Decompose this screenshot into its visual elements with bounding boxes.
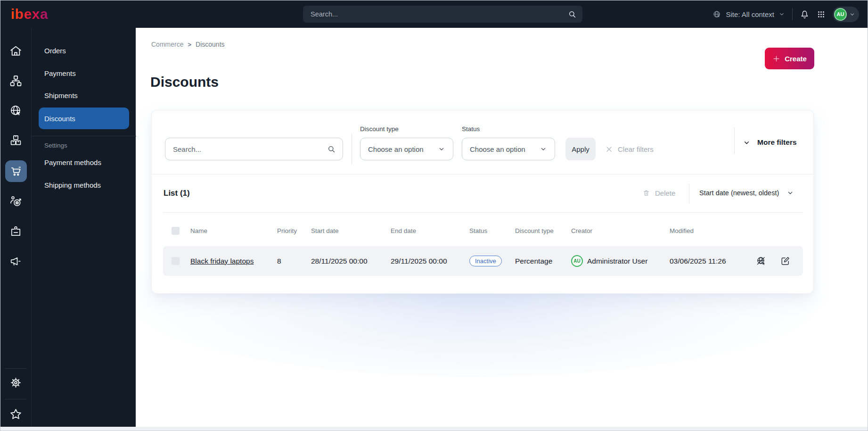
menu-item-discounts[interactable]: Discounts bbox=[39, 108, 129, 129]
select-all-checkbox[interactable] bbox=[172, 227, 180, 235]
menu-item-shipments[interactable]: Shipments bbox=[44, 91, 78, 99]
gear-icon bbox=[9, 376, 23, 390]
end-date-cell: 29/11/2025 00:00 bbox=[391, 257, 469, 265]
filter-divider bbox=[352, 134, 352, 164]
grid-dots-icon bbox=[817, 10, 826, 19]
column-header-priority: Priority bbox=[277, 227, 311, 234]
discounts-card: Discount type Choose an option Status Ch… bbox=[151, 110, 814, 294]
sidebar-item-personalization[interactable] bbox=[9, 194, 23, 208]
sidebar-item-admin[interactable] bbox=[9, 376, 23, 390]
create-button-label: Create bbox=[785, 55, 807, 63]
sidebar-item-bookmarks[interactable] bbox=[9, 407, 23, 421]
column-header-modified: Modified bbox=[670, 227, 756, 234]
sort-select[interactable]: Start date (newest, oldest) bbox=[699, 185, 794, 201]
status-select[interactable]: Choose an option bbox=[462, 138, 555, 160]
breadcrumb-discounts[interactable]: Discounts bbox=[196, 41, 224, 48]
sidebar-item-commerce[interactable] bbox=[5, 160, 27, 182]
chevron-down-icon bbox=[786, 189, 794, 197]
avatar: AU bbox=[571, 255, 583, 267]
globe-cursor-icon bbox=[712, 10, 721, 19]
close-icon bbox=[605, 145, 613, 153]
table-row: Black friday laptops 8 28/11/2025 00:00 … bbox=[163, 246, 803, 276]
trash-icon bbox=[642, 189, 650, 197]
sidebar-item-promotions[interactable] bbox=[9, 255, 23, 268]
menu-item-payment-methods[interactable]: Payment methods bbox=[44, 158, 101, 166]
list-title: List (1) bbox=[164, 189, 190, 198]
chevron-down-icon bbox=[540, 145, 547, 153]
bell-icon bbox=[800, 9, 810, 19]
edit-icon bbox=[780, 256, 791, 266]
page-title: Discounts bbox=[150, 74, 219, 90]
home-icon bbox=[9, 44, 23, 58]
megaphone-icon bbox=[9, 255, 23, 268]
filter-divider bbox=[734, 127, 735, 154]
status-cell: Inactive bbox=[469, 256, 515, 266]
plus-icon bbox=[772, 55, 780, 63]
site-context-label: Site: All context bbox=[726, 10, 774, 18]
more-filters-button[interactable]: More filters bbox=[743, 134, 797, 151]
avatar: AU bbox=[834, 8, 847, 21]
preview-disabled-button[interactable] bbox=[756, 256, 767, 267]
topbar-divider bbox=[792, 8, 793, 20]
menu-item-label: Discounts bbox=[44, 115, 75, 123]
row-checkbox[interactable] bbox=[172, 257, 180, 265]
clear-filters-label: Clear filters bbox=[618, 145, 654, 153]
creator-cell: AU Administrator User bbox=[571, 255, 670, 267]
sidebar-item-site[interactable] bbox=[9, 104, 23, 117]
edit-button[interactable] bbox=[780, 256, 791, 266]
boxes-icon bbox=[9, 133, 23, 147]
discount-type-value: Choose an option bbox=[368, 145, 424, 153]
site-context-selector[interactable]: Site: All context bbox=[712, 10, 785, 19]
row-actions bbox=[756, 256, 803, 267]
breadcrumb-commerce[interactable]: Commerce bbox=[151, 41, 183, 48]
more-filters-label: More filters bbox=[757, 138, 797, 147]
app-switcher-button[interactable] bbox=[817, 10, 826, 19]
cart-icon bbox=[9, 165, 23, 178]
apply-button[interactable]: Apply bbox=[565, 138, 596, 160]
sidebar-item-corporate[interactable] bbox=[9, 224, 23, 238]
chevron-down-icon bbox=[778, 11, 785, 17]
chevron-down-icon bbox=[743, 139, 751, 147]
person-target-icon bbox=[9, 194, 23, 208]
delete-button[interactable]: Delete bbox=[642, 185, 675, 201]
id-badge-icon bbox=[9, 224, 23, 238]
filter-search[interactable] bbox=[165, 138, 343, 160]
column-header-creator: Creator bbox=[571, 227, 670, 234]
status-badge: Inactive bbox=[469, 256, 502, 266]
sidebar-item-dashboard[interactable] bbox=[9, 44, 23, 58]
menu-divider bbox=[32, 136, 136, 136]
ibexa-logo: ibexa bbox=[11, 6, 48, 22]
menu-item-orders[interactable]: Orders bbox=[44, 47, 66, 55]
column-header-status: Status bbox=[469, 227, 515, 234]
search-icon bbox=[327, 145, 336, 154]
menu-item-payments[interactable]: Payments bbox=[44, 69, 76, 77]
globe-cursor-icon bbox=[9, 104, 23, 117]
column-header-end-date: End date bbox=[391, 227, 469, 234]
sidebar-item-products[interactable] bbox=[9, 133, 23, 147]
column-header-discount-type: Discount type bbox=[515, 227, 571, 234]
clear-filters-button[interactable]: Clear filters bbox=[605, 138, 654, 160]
filter-search-input[interactable] bbox=[173, 145, 327, 153]
status-value: Choose an option bbox=[470, 145, 525, 153]
sidebar-item-content[interactable] bbox=[9, 74, 23, 88]
global-search-input[interactable] bbox=[311, 10, 568, 18]
star-icon bbox=[9, 407, 23, 421]
user-menu[interactable]: AU bbox=[833, 7, 859, 22]
discount-type-select[interactable]: Choose an option bbox=[360, 138, 453, 160]
delete-button-label: Delete bbox=[655, 189, 675, 197]
priority-cell: 8 bbox=[277, 257, 311, 265]
discount-type-label: Discount type bbox=[360, 125, 399, 133]
commerce-menu: Orders Payments Shipments Discounts Sett… bbox=[31, 28, 136, 428]
table-header: Name Priority Start date End date Status… bbox=[163, 220, 803, 241]
notifications-button[interactable] bbox=[800, 9, 810, 19]
discount-name-link[interactable]: Black friday laptops bbox=[190, 257, 277, 265]
main-nav-rail bbox=[0, 28, 31, 428]
main-content: Commerce > Discounts Create Discounts Di… bbox=[136, 28, 868, 428]
column-header-name: Name bbox=[190, 227, 277, 234]
window-bottom-edge bbox=[0, 427, 868, 431]
menu-item-shipping-methods[interactable]: Shipping methods bbox=[44, 181, 101, 189]
chevron-down-icon bbox=[849, 11, 855, 17]
global-search[interactable] bbox=[303, 6, 582, 23]
top-bar: ibexa Site: All context bbox=[0, 0, 868, 28]
create-button[interactable]: Create bbox=[765, 48, 814, 69]
